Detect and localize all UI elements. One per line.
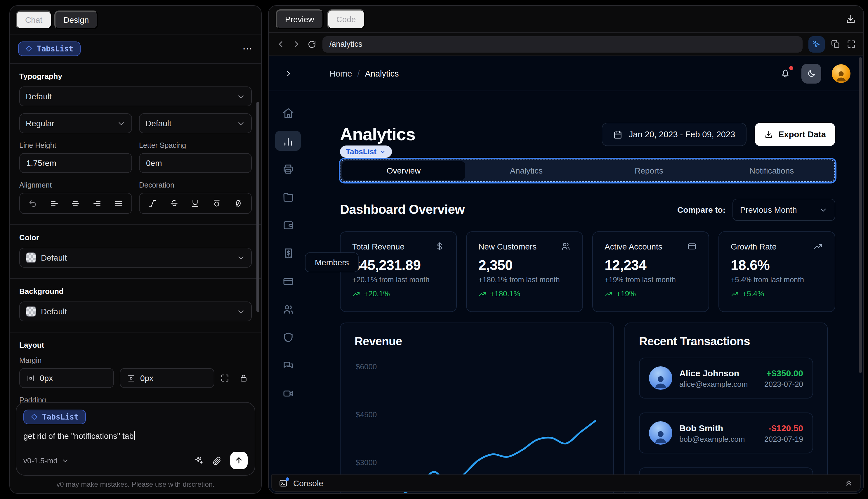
overline-button[interactable] bbox=[212, 199, 221, 208]
notifications-button[interactable] bbox=[780, 68, 791, 79]
alignment-label: Alignment bbox=[19, 181, 132, 189]
copy-button[interactable] bbox=[831, 39, 841, 49]
tab-notifications[interactable]: Notifications bbox=[710, 161, 833, 180]
tab-analytics[interactable]: Analytics bbox=[465, 161, 587, 180]
chat-composer[interactable]: TabsList get rid of the "notifications" … bbox=[16, 402, 255, 476]
printer-icon bbox=[282, 163, 294, 175]
sidebar-scrollbar[interactable] bbox=[257, 102, 259, 312]
pointer-icon bbox=[812, 39, 821, 49]
background-section: Background Default bbox=[10, 279, 261, 332]
background-select[interactable]: Default bbox=[19, 302, 252, 321]
console-bar[interactable]: Console bbox=[271, 474, 861, 492]
italic-button[interactable] bbox=[148, 199, 158, 208]
app-top-bar: Home / Analytics bbox=[269, 56, 863, 91]
revenue-chart-title: Revenue bbox=[355, 335, 599, 348]
transaction-date: 2023-07-19 bbox=[764, 435, 803, 443]
nav-invoices[interactable] bbox=[275, 159, 301, 179]
user-avatar[interactable] bbox=[832, 64, 851, 83]
forward-button[interactable] bbox=[292, 39, 301, 49]
tab-design[interactable]: Design bbox=[54, 11, 98, 29]
nav-security[interactable] bbox=[275, 327, 301, 347]
align-justify-button[interactable] bbox=[114, 199, 123, 208]
tab-reports[interactable]: Reports bbox=[587, 161, 710, 180]
refresh-button[interactable] bbox=[307, 39, 317, 49]
download-button[interactable] bbox=[845, 13, 856, 25]
transaction-row[interactable]: Bob Smith bob@example.com -$120.50 2023-… bbox=[639, 413, 813, 453]
export-data-button[interactable]: Export Data bbox=[754, 123, 835, 146]
credit-card-icon bbox=[687, 241, 697, 251]
margin-expand-button[interactable] bbox=[220, 373, 233, 383]
attach-file-button[interactable] bbox=[212, 455, 222, 465]
strikethrough-button[interactable] bbox=[170, 199, 179, 208]
no-decoration-button[interactable] bbox=[233, 199, 243, 208]
model-select[interactable]: v0-1.5-md bbox=[23, 456, 69, 465]
chevron-left-icon bbox=[276, 39, 286, 49]
trending-up-icon bbox=[731, 290, 739, 298]
font-family-select[interactable]: Default bbox=[19, 86, 252, 106]
preview-header: Preview Code bbox=[269, 6, 863, 33]
transaction-row[interactable]: Alice Johnson alice@example.com +$350.00… bbox=[639, 357, 813, 399]
stat-value: 2,350 bbox=[479, 257, 571, 273]
sidebar-expand-button[interactable] bbox=[284, 69, 293, 78]
stat-title: Total Revenue bbox=[352, 242, 405, 251]
preview-panel: Preview Code /analytics Home / Analytics bbox=[268, 5, 864, 494]
prompt-input[interactable]: get rid of the "notifications" tab bbox=[23, 431, 248, 441]
breadcrumb-separator: / bbox=[357, 69, 360, 78]
nav-video[interactable] bbox=[275, 383, 301, 403]
align-center-button[interactable] bbox=[71, 199, 80, 208]
align-right-button[interactable] bbox=[92, 199, 102, 208]
element-menu-button[interactable]: ⋯ bbox=[243, 42, 253, 55]
back-button[interactable] bbox=[276, 39, 286, 49]
date-range-picker[interactable]: Jan 20, 2023 - Feb 09, 2023 bbox=[602, 123, 746, 146]
nav-analytics[interactable] bbox=[275, 131, 301, 151]
margin-lock-button[interactable] bbox=[239, 373, 252, 383]
selection-overlay-chip[interactable]: TabsList bbox=[340, 146, 392, 158]
url-input[interactable]: /analytics bbox=[322, 36, 803, 52]
font-size-select[interactable]: Default bbox=[139, 113, 252, 133]
underline-button[interactable] bbox=[191, 199, 200, 208]
selected-element-chip[interactable]: TabsList bbox=[18, 41, 80, 56]
fullscreen-button[interactable] bbox=[846, 39, 856, 49]
tab-chat[interactable]: Chat bbox=[16, 11, 52, 29]
select-element-mode-button[interactable] bbox=[808, 36, 825, 52]
color-select[interactable]: Default bbox=[19, 248, 252, 268]
notification-badge bbox=[789, 66, 793, 70]
breadcrumb-home[interactable]: Home bbox=[330, 69, 352, 78]
stat-card-active-accounts: Active Accounts 12,234 +19% from last mo… bbox=[592, 231, 709, 312]
composer-element-chip[interactable]: TabsList bbox=[23, 410, 86, 424]
letter-spacing-input[interactable]: 0em bbox=[139, 153, 252, 173]
nav-receipts[interactable] bbox=[275, 243, 301, 263]
nav-messages[interactable] bbox=[275, 355, 301, 375]
enhance-prompt-button[interactable] bbox=[193, 455, 204, 466]
model-name: v0-1.5-md bbox=[23, 456, 58, 465]
align-left-button[interactable] bbox=[50, 199, 59, 208]
preview-scrollbar[interactable] bbox=[859, 57, 862, 373]
console-expand-button[interactable] bbox=[844, 478, 853, 488]
nav-members[interactable] bbox=[275, 299, 301, 319]
send-button[interactable] bbox=[230, 452, 248, 469]
typography-section: Typography Default Regular Default bbox=[10, 64, 261, 225]
theme-toggle-button[interactable] bbox=[802, 63, 821, 83]
margin-y-input[interactable]: 0px bbox=[120, 368, 214, 388]
trending-up-icon bbox=[352, 290, 360, 298]
tab-overview[interactable]: Overview bbox=[342, 161, 465, 180]
nav-wallet[interactable] bbox=[275, 215, 301, 235]
line-height-input[interactable]: 1.75rem bbox=[19, 153, 132, 173]
disclaimer-text: v0 may make mistakes. Please use with di… bbox=[10, 480, 261, 488]
layout-label: Layout bbox=[19, 341, 252, 350]
lock-icon bbox=[239, 373, 248, 383]
date-range-value: Jan 20, 2023 - Feb 09, 2023 bbox=[629, 130, 735, 139]
tab-preview[interactable]: Preview bbox=[276, 9, 324, 29]
letter-spacing-value: 0em bbox=[146, 158, 162, 168]
tab-code[interactable]: Code bbox=[327, 9, 365, 29]
nav-files[interactable] bbox=[275, 187, 301, 207]
compare-select[interactable]: Previous Month bbox=[732, 199, 835, 221]
preview-url-bar: /analytics bbox=[269, 33, 863, 56]
nav-home[interactable] bbox=[275, 103, 301, 123]
stat-title: New Customers bbox=[479, 242, 536, 251]
font-weight-select[interactable]: Regular bbox=[19, 113, 132, 133]
reset-alignment-button[interactable] bbox=[28, 199, 38, 208]
revenue-line-svg bbox=[355, 354, 599, 493]
nav-cards[interactable] bbox=[275, 271, 301, 291]
margin-x-input[interactable]: 0px bbox=[19, 368, 114, 388]
